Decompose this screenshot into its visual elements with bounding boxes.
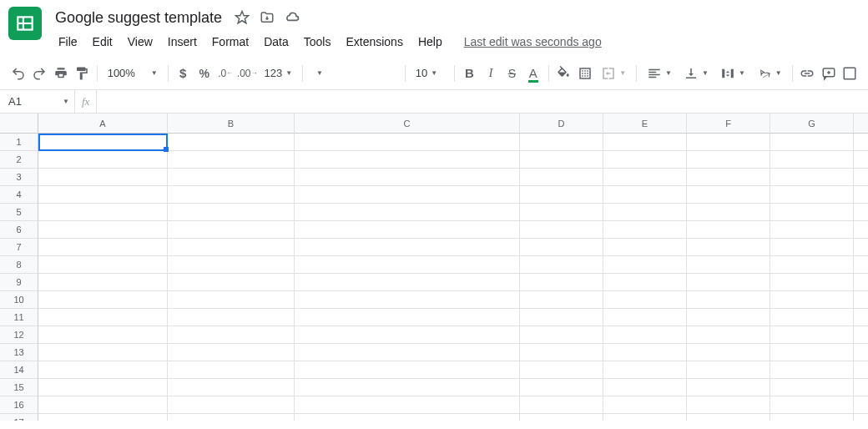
cell[interactable] (520, 256, 603, 274)
row-header[interactable]: 1 (0, 134, 38, 151)
cell[interactable] (687, 169, 770, 186)
cell[interactable] (603, 291, 687, 309)
fill-color-button[interactable] (553, 62, 573, 85)
column-header[interactable]: F (687, 114, 770, 134)
cell[interactable] (168, 169, 295, 186)
cell[interactable] (770, 361, 854, 379)
cell[interactable] (520, 186, 603, 204)
cell[interactable] (603, 344, 687, 361)
menu-extensions[interactable]: Extensions (339, 32, 409, 52)
column-header[interactable]: B (168, 114, 295, 134)
cell[interactable] (520, 326, 603, 344)
cell[interactable] (520, 274, 603, 291)
text-rotation-dropdown[interactable]: ▼ (752, 62, 787, 85)
row-header[interactable]: 9 (0, 274, 38, 291)
menu-data[interactable]: Data (257, 32, 295, 52)
vertical-align-dropdown[interactable]: ▼ (679, 62, 714, 85)
cell[interactable] (295, 169, 520, 186)
cell[interactable] (168, 326, 295, 344)
cell[interactable] (770, 414, 854, 421)
name-box[interactable]: A1 ▼ (0, 90, 75, 113)
cell[interactable] (687, 291, 770, 309)
cell[interactable] (687, 204, 770, 221)
text-color-button[interactable]: A (523, 62, 542, 85)
formula-bar[interactable] (96, 90, 868, 113)
italic-button[interactable]: I (481, 62, 500, 85)
cell[interactable] (38, 344, 168, 361)
cell[interactable] (687, 309, 770, 326)
cell[interactable] (168, 291, 295, 309)
cell[interactable] (520, 309, 603, 326)
cell[interactable] (168, 256, 295, 274)
cell[interactable] (687, 239, 770, 256)
cell[interactable] (854, 361, 868, 379)
menu-view[interactable]: View (121, 32, 159, 52)
font-dropdown[interactable]: ▼ (308, 62, 400, 85)
cell[interactable] (520, 379, 603, 396)
cell[interactable] (295, 151, 520, 169)
menu-edit[interactable]: Edit (86, 32, 119, 52)
cell[interactable] (603, 274, 687, 291)
cell[interactable] (603, 414, 687, 421)
cell[interactable] (687, 221, 770, 239)
currency-button[interactable]: $ (174, 62, 193, 85)
print-button[interactable] (51, 62, 70, 85)
cell[interactable] (168, 344, 295, 361)
cell[interactable] (770, 256, 854, 274)
cell[interactable] (770, 326, 854, 344)
cell[interactable] (603, 134, 687, 151)
cell[interactable] (168, 361, 295, 379)
cell[interactable] (603, 169, 687, 186)
cell[interactable] (168, 151, 295, 169)
cell[interactable] (854, 186, 868, 204)
cell[interactable] (38, 414, 168, 421)
cell[interactable] (854, 151, 868, 169)
font-size-dropdown[interactable]: 10▼ (411, 62, 449, 85)
cell[interactable] (770, 274, 854, 291)
row-header[interactable]: 14 (0, 361, 38, 379)
cell[interactable] (854, 326, 868, 344)
cell[interactable] (687, 396, 770, 414)
percent-button[interactable]: % (194, 62, 214, 85)
cell[interactable] (520, 414, 603, 421)
cell[interactable] (520, 239, 603, 256)
cell[interactable] (168, 379, 295, 396)
cell[interactable] (603, 221, 687, 239)
more-formats-dropdown[interactable]: 123▼ (260, 62, 298, 85)
row-header[interactable]: 16 (0, 396, 38, 414)
cell[interactable] (854, 396, 868, 414)
cell[interactable] (295, 291, 520, 309)
row-header[interactable]: 4 (0, 186, 38, 204)
cell[interactable] (295, 239, 520, 256)
cell[interactable] (295, 274, 520, 291)
cell[interactable] (854, 274, 868, 291)
cell[interactable] (38, 379, 168, 396)
cell[interactable] (854, 414, 868, 421)
cell[interactable] (520, 396, 603, 414)
cell[interactable] (168, 414, 295, 421)
cell[interactable] (687, 186, 770, 204)
cell[interactable] (770, 134, 854, 151)
cell[interactable] (687, 134, 770, 151)
cell[interactable] (687, 274, 770, 291)
bold-button[interactable]: B (460, 62, 479, 85)
decrease-decimal-button[interactable]: .0← (215, 62, 235, 85)
cell[interactable] (295, 361, 520, 379)
cell[interactable] (854, 309, 868, 326)
cell[interactable] (687, 151, 770, 169)
cell[interactable] (770, 169, 854, 186)
redo-button[interactable] (29, 62, 48, 85)
menu-file[interactable]: File (52, 32, 84, 52)
cell[interactable] (603, 379, 687, 396)
cell[interactable] (295, 221, 520, 239)
cell[interactable] (168, 134, 295, 151)
cell[interactable] (603, 396, 687, 414)
zoom-dropdown[interactable]: 100%▼ (103, 62, 163, 85)
borders-button[interactable] (575, 62, 594, 85)
merge-cells-dropdown[interactable]: ▼ (596, 62, 631, 85)
cell[interactable] (38, 309, 168, 326)
cell[interactable] (295, 309, 520, 326)
cell[interactable] (295, 379, 520, 396)
cell[interactable] (687, 361, 770, 379)
cell[interactable] (687, 379, 770, 396)
